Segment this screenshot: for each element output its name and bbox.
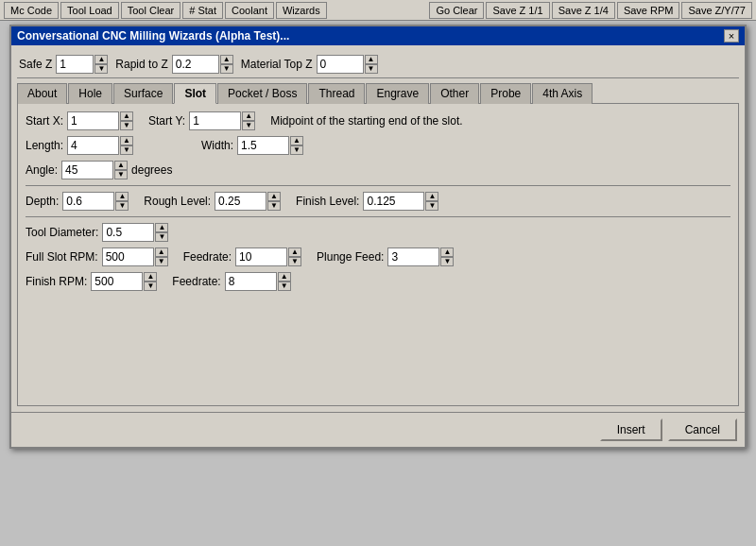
stat-btn[interactable]: # Stat (182, 2, 223, 19)
feedrate1-spinner: ▲ ▼ (235, 247, 301, 266)
rough-level-label: Rough Level: (144, 195, 211, 208)
angle-up[interactable]: ▲ (114, 161, 128, 170)
length-width-row: Length: ▲ ▼ Width: ▲ (26, 136, 730, 155)
length-spinner-buttons: ▲ ▼ (120, 136, 133, 155)
finish-rpm-input[interactable] (91, 272, 143, 291)
save-z11-btn[interactable]: Save Z 1/1 (486, 2, 549, 19)
tool-diameter-input[interactable] (102, 223, 154, 242)
dialog: Conversational CNC Milling Wizards (Alph… (9, 25, 747, 449)
dialog-titlebar: Conversational CNC Milling Wizards (Alph… (11, 26, 745, 45)
start-x-down[interactable]: ▼ (120, 121, 133, 130)
plunge-feed-input[interactable] (387, 247, 439, 266)
finish-rpm-down[interactable]: ▼ (144, 282, 157, 291)
width-down[interactable]: ▼ (290, 145, 303, 155)
mc-code-btn[interactable]: Mc Code (4, 2, 59, 19)
coolant-btn[interactable]: Coolant (225, 2, 274, 19)
tool-diameter-spinner-buttons: ▲ ▼ (155, 223, 168, 242)
start-x-input[interactable] (67, 111, 119, 130)
rapid-to-z-spinner-buttons: ▲ ▼ (220, 55, 233, 74)
feedrate1-up[interactable]: ▲ (288, 247, 301, 257)
tool-load-btn[interactable]: Tool Load (60, 2, 119, 19)
full-slot-rpm-spinner-buttons: ▲ ▼ (155, 247, 168, 266)
tool-diameter-down[interactable]: ▼ (155, 232, 168, 242)
tool-diameter-up[interactable]: ▲ (155, 223, 168, 232)
angle-input[interactable] (61, 161, 113, 179)
safe-z-up[interactable]: ▲ (94, 55, 108, 64)
feedrate1-down[interactable]: ▼ (288, 257, 301, 266)
start-x-up[interactable]: ▲ (120, 111, 133, 121)
tab-slot[interactable]: Slot (174, 83, 216, 104)
length-up[interactable]: ▲ (120, 136, 133, 145)
start-y-up[interactable]: ▲ (242, 111, 255, 121)
depth-up[interactable]: ▲ (115, 192, 129, 201)
tab-hole[interactable]: Hole (68, 83, 112, 104)
length-down[interactable]: ▼ (120, 145, 133, 155)
safe-z-down[interactable]: ▼ (94, 64, 108, 74)
plunge-feed-down[interactable]: ▼ (440, 257, 454, 266)
width-group: Width: ▲ ▼ (201, 136, 303, 155)
full-slot-rpm-input[interactable] (102, 247, 154, 266)
feedrate1-input[interactable] (235, 247, 287, 266)
material-top-z-down[interactable]: ▼ (365, 64, 378, 74)
length-group: Length: ▲ ▼ (26, 136, 133, 155)
depth-input[interactable] (62, 192, 114, 211)
rough-level-down[interactable]: ▼ (267, 201, 281, 211)
finish-level-input[interactable] (363, 192, 424, 211)
insert-button[interactable]: Insert (600, 418, 662, 441)
tab-probe[interactable]: Probe (480, 83, 531, 104)
tab-other[interactable]: Other (430, 83, 479, 104)
tab-about[interactable]: About (17, 83, 67, 104)
save-z14-btn[interactable]: Save Z 1/4 (552, 2, 615, 19)
safe-z-input[interactable] (56, 55, 94, 74)
width-up[interactable]: ▲ (290, 136, 303, 145)
save-rpm-btn[interactable]: Save RPM (617, 2, 680, 19)
plunge-feed-spinner: ▲ ▼ (387, 247, 454, 266)
wizards-btn[interactable]: Wizards (276, 2, 327, 19)
tab-4th-axis[interactable]: 4th Axis (532, 83, 593, 104)
feedrate2-up[interactable]: ▲ (278, 272, 291, 282)
rapid-to-z-input[interactable] (172, 55, 219, 74)
depth-down[interactable]: ▼ (115, 201, 129, 211)
rough-level-spinner-buttons: ▲ ▼ (267, 192, 281, 211)
start-y-down[interactable]: ▼ (242, 121, 255, 130)
full-slot-rpm-up[interactable]: ▲ (155, 247, 168, 257)
plunge-feed-up[interactable]: ▲ (440, 247, 454, 257)
tab-surface[interactable]: Surface (113, 83, 173, 104)
dialog-body: Safe Z ▲ ▼ Rapid to Z ▲ ▼ (11, 45, 745, 412)
finish-rpm-row: Finish RPM: ▲ ▼ Feedrate: ▲ (26, 272, 730, 291)
full-slot-rpm-spinner: ▲ ▼ (102, 247, 168, 266)
save-zy77-btn[interactable]: Save Z/Y/77 (681, 2, 752, 19)
tab-pocket-boss[interactable]: Pocket / Boss (217, 83, 307, 104)
full-slot-rpm-down[interactable]: ▼ (155, 257, 168, 266)
tool-clear-btn[interactable]: Tool Clear (121, 2, 181, 19)
plunge-feed-label: Plunge Feed: (317, 250, 384, 264)
tab-thread[interactable]: Thread (308, 83, 365, 104)
tab-engrave[interactable]: Engrave (366, 83, 429, 104)
material-top-z-spinner: ▲ ▼ (317, 55, 378, 74)
start-y-input[interactable] (189, 111, 241, 130)
dialog-close-button[interactable]: × (724, 29, 739, 43)
tool-diameter-group: Tool Diameter: ▲ ▼ (26, 223, 168, 242)
feedrate2-input[interactable] (225, 272, 277, 291)
rapid-to-z-spinner: ▲ ▼ (172, 55, 233, 74)
finish-level-up[interactable]: ▲ (425, 192, 438, 201)
feedrate1-spinner-buttons: ▲ ▼ (288, 247, 301, 266)
rough-level-up[interactable]: ▲ (267, 192, 281, 201)
separator-1 (26, 185, 730, 186)
cancel-button[interactable]: Cancel (668, 418, 737, 441)
length-input[interactable] (67, 136, 119, 155)
feedrate2-down[interactable]: ▼ (278, 282, 291, 291)
material-top-z-input[interactable] (317, 55, 364, 74)
full-slot-rpm-group: Full Slot RPM: ▲ ▼ (26, 247, 168, 266)
go-clear-btn[interactable]: Go Clear (429, 2, 484, 19)
start-xy-row: Start X: ▲ ▼ Start Y: ▲ (26, 111, 730, 130)
rapid-to-z-up[interactable]: ▲ (220, 55, 233, 64)
material-top-z-up[interactable]: ▲ (365, 55, 378, 64)
finish-level-down[interactable]: ▼ (425, 201, 438, 211)
rapid-to-z-down[interactable]: ▼ (220, 64, 233, 74)
width-input[interactable] (237, 136, 289, 155)
angle-down[interactable]: ▼ (114, 170, 128, 179)
rough-level-input[interactable] (215, 192, 266, 211)
tabs-bar: About Hole Surface Slot Pocket / Boss Th… (17, 82, 739, 104)
finish-rpm-up[interactable]: ▲ (144, 272, 157, 282)
